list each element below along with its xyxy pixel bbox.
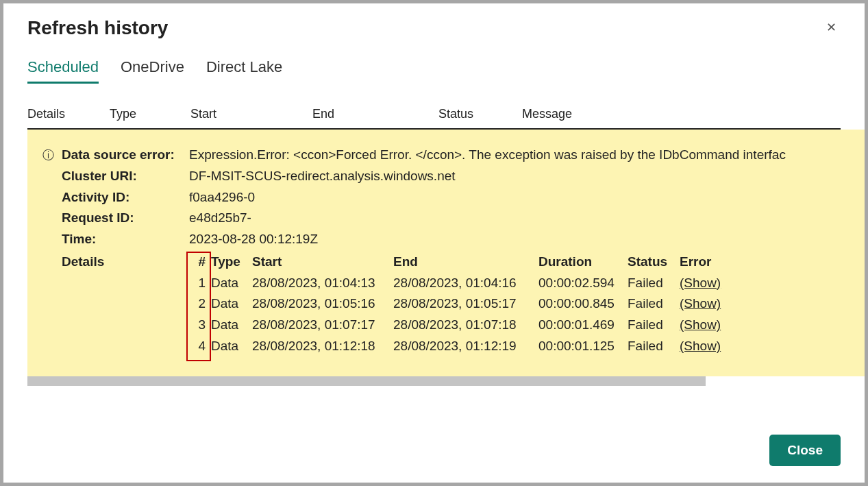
close-icon[interactable]: ✕ xyxy=(822,17,841,38)
cell-start: 28/08/2023, 01:04:13 xyxy=(252,273,393,294)
col-message: Message xyxy=(522,107,841,121)
col-start: Start xyxy=(190,107,312,121)
cell-type: Data xyxy=(211,293,252,315)
cell-start: 28/08/2023, 01:12:18 xyxy=(252,336,393,357)
label-activity-id: Activity ID: xyxy=(62,187,189,208)
cell-type: Data xyxy=(211,273,252,294)
cell-duration: 00:00:01.125 xyxy=(538,336,628,357)
label-data-source-error: Data source error: xyxy=(62,145,189,166)
close-button[interactable]: Close xyxy=(769,435,841,466)
label-request-id: Request ID: xyxy=(62,208,189,229)
row-activity-id: Activity ID: f0aa4296-0 xyxy=(42,187,865,208)
cell-status: Failed xyxy=(628,273,680,294)
details-table: # Type Start End Duration Status Error 1… xyxy=(189,252,734,357)
cell-end: 28/08/2023, 01:04:16 xyxy=(393,273,538,294)
h-status: Status xyxy=(628,252,680,273)
dialog-footer: Close xyxy=(3,435,865,483)
tab-scheduled[interactable]: Scheduled xyxy=(27,58,99,84)
dialog-header: Refresh history ✕ xyxy=(3,3,865,39)
row-time: Time: 2023-08-28 00:12:19Z xyxy=(42,229,865,250)
cell-status: Failed xyxy=(628,336,680,357)
h-end: End xyxy=(393,252,538,273)
error-details-panel: ⓘ Data source error: Expression.Error: <… xyxy=(27,130,865,376)
row-request-id: Request ID: e48d25b7- xyxy=(42,208,865,229)
label-details: Details xyxy=(62,252,189,273)
row-data-source-error: ⓘ Data source error: Expression.Error: <… xyxy=(42,145,865,166)
col-end: End xyxy=(312,107,438,121)
row-cluster-uri: Cluster URI: DF-MSIT-SCUS-redirect.analy… xyxy=(42,166,865,187)
value-request-id: e48d25b7- xyxy=(189,208,865,229)
cell-start: 28/08/2023, 01:05:16 xyxy=(252,293,393,315)
label-cluster-uri: Cluster URI: xyxy=(62,166,189,187)
cell-num: 3 xyxy=(189,315,211,336)
cell-start: 28/08/2023, 01:07:17 xyxy=(252,315,393,336)
h-duration: Duration xyxy=(538,252,628,273)
value-time: 2023-08-28 00:12:19Z xyxy=(189,229,865,250)
dialog-title: Refresh history xyxy=(27,17,168,39)
cell-num: 2 xyxy=(189,293,211,315)
show-error-link[interactable]: (Show) xyxy=(680,315,734,336)
column-headers: Details Type Start End Status Message xyxy=(27,84,841,130)
col-status: Status xyxy=(438,107,522,121)
cell-duration: 00:00:01.469 xyxy=(538,315,628,336)
col-type: Type xyxy=(110,107,190,121)
tab-direct-lake[interactable]: Direct Lake xyxy=(206,58,282,84)
h-type: Type xyxy=(211,252,252,273)
details-header-row: # Type Start End Duration Status Error xyxy=(189,252,734,273)
h-num: # xyxy=(189,252,211,273)
value-activity-id: f0aa4296-0 xyxy=(189,187,865,208)
cell-type: Data xyxy=(211,315,252,336)
label-time: Time: xyxy=(62,229,189,250)
show-error-link[interactable]: (Show) xyxy=(680,273,734,294)
show-error-link[interactable]: (Show) xyxy=(680,336,734,357)
cell-type: Data xyxy=(211,336,252,357)
horizontal-scrollbar[interactable] xyxy=(27,376,706,386)
cell-status: Failed xyxy=(628,315,680,336)
cell-duration: 00:00:02.594 xyxy=(538,273,628,294)
show-error-link[interactable]: (Show) xyxy=(680,293,734,315)
cell-end: 28/08/2023, 01:12:19 xyxy=(393,336,538,357)
tab-onedrive[interactable]: OneDrive xyxy=(121,58,184,84)
cell-end: 28/08/2023, 01:07:18 xyxy=(393,315,538,336)
details-row: 3 Data 28/08/2023, 01:07:17 28/08/2023, … xyxy=(189,315,734,336)
h-start: Start xyxy=(252,252,393,273)
details-row: 2 Data 28/08/2023, 01:05:16 28/08/2023, … xyxy=(189,293,734,315)
cell-end: 28/08/2023, 01:05:17 xyxy=(393,293,538,315)
col-details: Details xyxy=(27,107,110,121)
row-details: Details # Type Start End Duration Status… xyxy=(42,250,865,357)
cell-status: Failed xyxy=(628,293,680,315)
value-cluster-uri: DF-MSIT-SCUS-redirect.analysis.windows.n… xyxy=(189,166,865,187)
tabs: Scheduled OneDrive Direct Lake xyxy=(3,39,865,84)
refresh-history-dialog: Refresh history ✕ Scheduled OneDrive Dir… xyxy=(3,3,865,483)
value-data-source-error: Expression.Error: <ccon>Forced Error. </… xyxy=(189,145,865,166)
info-icon: ⓘ xyxy=(42,145,62,165)
h-error: Error xyxy=(680,252,734,273)
details-row: 1 Data 28/08/2023, 01:04:13 28/08/2023, … xyxy=(189,273,734,294)
details-row: 4 Data 28/08/2023, 01:12:18 28/08/2023, … xyxy=(189,336,734,357)
cell-num: 1 xyxy=(189,273,211,294)
cell-duration: 00:00:00.845 xyxy=(538,293,628,315)
cell-num: 4 xyxy=(189,336,211,357)
